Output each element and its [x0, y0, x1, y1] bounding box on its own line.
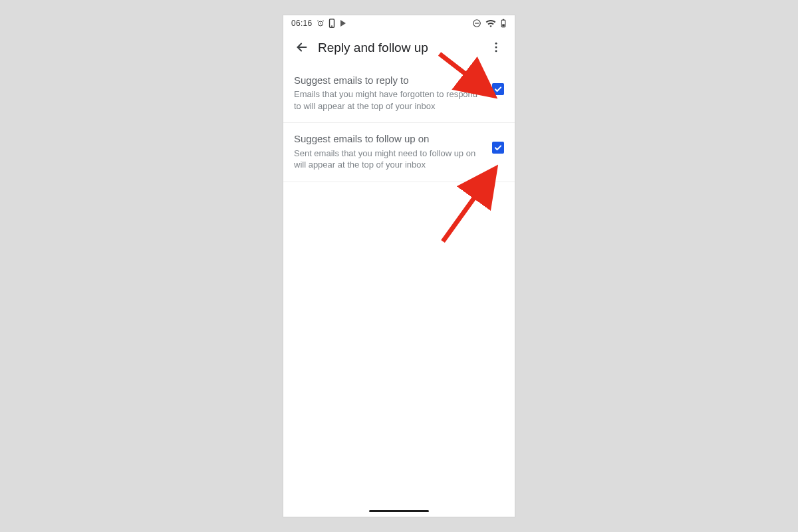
- back-button[interactable]: [289, 35, 315, 61]
- setting-subtitle: Sent emails that you might need to follo…: [294, 148, 484, 171]
- svg-point-8: [495, 46, 497, 48]
- svg-rect-5: [503, 19, 504, 20]
- setting-suggest-reply[interactable]: Suggest emails to reply to Emails that y…: [283, 65, 515, 123]
- arrow-left-icon: [295, 40, 309, 57]
- svg-point-7: [495, 42, 497, 44]
- svg-point-9: [495, 50, 497, 52]
- check-icon: [493, 143, 503, 152]
- more-vert-icon: [489, 41, 503, 56]
- dnd-icon: [472, 19, 481, 28]
- alarm-icon: [317, 19, 325, 27]
- svg-point-2: [331, 26, 332, 27]
- setting-title: Suggest emails to reply to: [294, 74, 484, 87]
- home-indicator[interactable]: [283, 505, 515, 517]
- content-spacer: [283, 182, 515, 505]
- overflow-menu-button[interactable]: [483, 35, 509, 61]
- status-bar: 06:16: [283, 15, 515, 31]
- check-icon: [493, 84, 503, 94]
- phone-frame: 06:16: [283, 15, 515, 517]
- page-title: Reply and follow up: [315, 41, 483, 55]
- status-clock: 06:16: [291, 19, 313, 28]
- status-left: 06:16: [291, 19, 347, 28]
- setting-texts: Suggest emails to reply to Emails that y…: [294, 74, 492, 112]
- checkbox-suggest-followup[interactable]: [492, 142, 504, 154]
- phone-icon: [329, 19, 335, 28]
- setting-suggest-followup[interactable]: Suggest emails to follow up on Sent emai…: [283, 123, 515, 182]
- home-bar: [369, 510, 429, 512]
- svg-rect-6: [502, 24, 505, 26]
- app-bar: Reply and follow up: [283, 31, 515, 65]
- setting-title: Suggest emails to follow up on: [294, 132, 484, 146]
- setting-subtitle: Emails that you might have forgotten to …: [294, 88, 484, 112]
- status-right: [472, 19, 507, 28]
- battery-icon: [500, 19, 507, 28]
- checkbox-suggest-reply[interactable]: [492, 83, 504, 95]
- play-icon: [339, 19, 347, 27]
- wifi-icon: [485, 19, 496, 27]
- setting-texts: Suggest emails to follow up on Sent emai…: [294, 132, 492, 170]
